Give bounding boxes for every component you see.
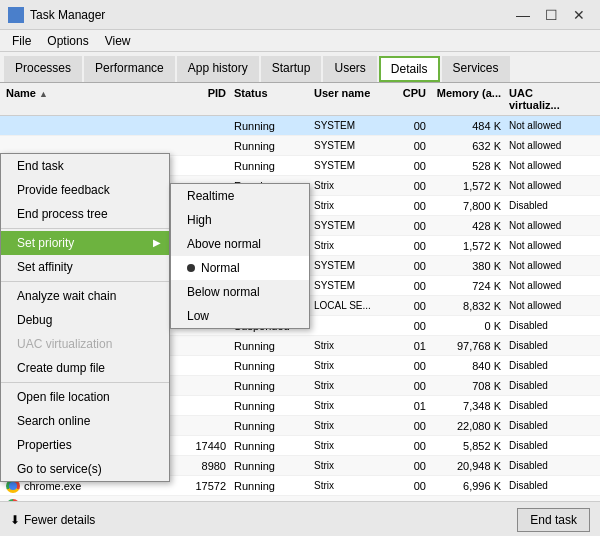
header-user[interactable]: User name <box>310 85 390 113</box>
menu-bar: File Options View <box>0 30 600 52</box>
tab-processes[interactable]: Processes <box>4 56 82 82</box>
header-uac[interactable]: UAC virtualiz... <box>505 85 585 113</box>
priority-above-normal[interactable]: Above normal <box>171 232 309 256</box>
fewer-details-label: Fewer details <box>24 513 95 527</box>
menu-options[interactable]: Options <box>39 32 96 50</box>
radio-dot-normal <box>187 264 195 272</box>
context-end-task[interactable]: End task <box>1 154 169 178</box>
tab-app-history[interactable]: App history <box>177 56 259 82</box>
context-provide-feedback[interactable]: Provide feedback <box>1 178 169 202</box>
tab-details[interactable]: Details <box>379 56 440 82</box>
bottom-bar: ⬇ Fewer details End task <box>0 501 600 536</box>
window-title: Task Manager <box>30 8 105 22</box>
context-end-process-tree[interactable]: End process tree <box>1 202 169 226</box>
window-controls: — ☐ ✕ <box>510 4 592 26</box>
tab-performance[interactable]: Performance <box>84 56 175 82</box>
fewer-details-arrow: ⬇ <box>10 513 20 527</box>
header-cpu[interactable]: CPU <box>390 85 430 113</box>
context-set-affinity[interactable]: Set affinity <box>1 255 169 279</box>
tab-bar: Processes Performance App history Startu… <box>0 52 600 83</box>
priority-realtime[interactable]: Realtime <box>171 184 309 208</box>
context-open-file-location[interactable]: Open file location <box>1 385 169 409</box>
maximize-button[interactable]: ☐ <box>538 4 564 26</box>
tab-services[interactable]: Services <box>442 56 510 82</box>
context-menu: End task Provide feedback End process tr… <box>0 153 170 482</box>
context-properties[interactable]: Properties <box>1 433 169 457</box>
menu-file[interactable]: File <box>4 32 39 50</box>
tab-startup[interactable]: Startup <box>261 56 322 82</box>
header-memory[interactable]: Memory (a... <box>430 85 505 113</box>
separator-2 <box>1 281 169 282</box>
context-set-priority[interactable]: Set priority <box>1 231 169 255</box>
separator-1 <box>1 228 169 229</box>
table-row[interactable]: chrome.exe4664RunningStrix0012,008 KDisa… <box>0 496 600 501</box>
minimize-button[interactable]: — <box>510 4 536 26</box>
table-header: Name ▲ PID Status User name CPU Memory (… <box>0 83 600 116</box>
header-name[interactable]: Name ▲ <box>0 85 170 113</box>
context-analyze-wait-chain[interactable]: Analyze wait chain <box>1 284 169 308</box>
end-task-button[interactable]: End task <box>517 508 590 532</box>
priority-high[interactable]: High <box>171 208 309 232</box>
separator-3 <box>1 382 169 383</box>
chrome-icon <box>6 499 20 502</box>
fewer-details-button[interactable]: ⬇ Fewer details <box>10 513 95 527</box>
header-pid[interactable]: PID <box>170 85 230 113</box>
main-area: Name ▲ PID Status User name CPU Memory (… <box>0 83 600 501</box>
menu-view[interactable]: View <box>97 32 139 50</box>
context-uac-virtualization: UAC virtualization <box>1 332 169 356</box>
close-button[interactable]: ✕ <box>566 4 592 26</box>
table-row[interactable]: RunningSYSTEM00484 KNot allowed <box>0 116 600 136</box>
context-search-online[interactable]: Search online <box>1 409 169 433</box>
priority-below-normal[interactable]: Below normal <box>171 280 309 304</box>
priority-submenu: Realtime High Above normal Normal Below … <box>170 183 310 329</box>
title-bar: Task Manager — ☐ ✕ <box>0 0 600 30</box>
context-go-to-services[interactable]: Go to service(s) <box>1 457 169 481</box>
context-create-dump[interactable]: Create dump file <box>1 356 169 380</box>
context-debug[interactable]: Debug <box>1 308 169 332</box>
priority-normal[interactable]: Normal <box>171 256 309 280</box>
priority-low[interactable]: Low <box>171 304 309 328</box>
header-status[interactable]: Status <box>230 85 310 113</box>
app-icon <box>8 7 24 23</box>
sort-arrow-name: ▲ <box>39 89 48 99</box>
tab-users[interactable]: Users <box>323 56 376 82</box>
